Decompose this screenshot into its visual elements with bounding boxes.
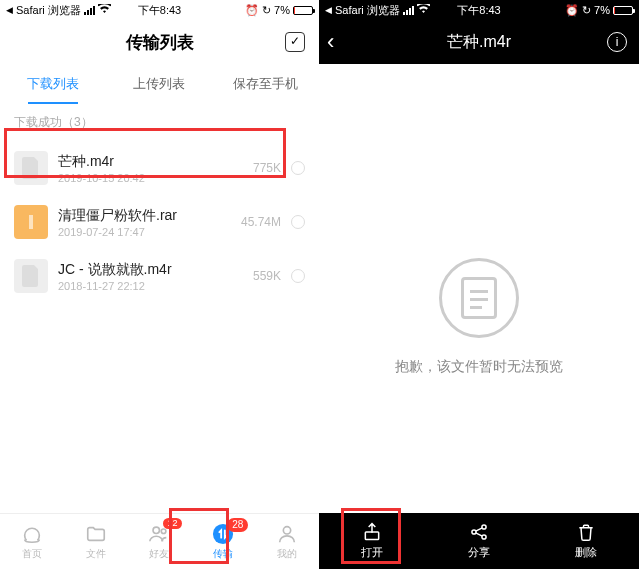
signal-icon [84, 6, 95, 15]
action-share[interactable]: 分享 [426, 513, 533, 569]
charge-icon: ↻ [262, 4, 271, 17]
back-to-app-label[interactable]: Safari 浏览器 [16, 3, 81, 18]
battery-icon [613, 6, 633, 15]
archive-icon [14, 205, 48, 239]
tab-upload[interactable]: 上传列表 [106, 64, 212, 104]
file-date: 2019-10-15 20:42 [58, 172, 221, 184]
file-date: 2019-07-24 17:47 [58, 226, 221, 238]
preview-area: 抱歉，该文件暂时无法预览 [319, 64, 639, 569]
page-title: 芒种.m4r [447, 32, 511, 53]
file-icon [14, 259, 48, 293]
document-placeholder-icon [439, 258, 519, 338]
empty-message: 抱歉，该文件暂时无法预览 [395, 358, 563, 376]
bottom-nav: 首页 文件 12 好友 28 传输 我的 [0, 513, 319, 569]
back-to-app-label[interactable]: Safari 浏览器 [335, 3, 400, 18]
tab-save[interactable]: 保存至手机 [213, 64, 319, 104]
back-to-app-icon[interactable]: ◀ [325, 5, 332, 15]
back-to-app-icon[interactable]: ◀ [6, 5, 13, 15]
nav-friends[interactable]: 12 好友 [128, 514, 192, 569]
header: ‹ 芒种.m4r i [319, 20, 639, 64]
wifi-icon [98, 4, 111, 16]
nav-home[interactable]: 首页 [0, 514, 64, 569]
file-name: 芒种.m4r [58, 152, 221, 170]
tab-download[interactable]: 下载列表 [0, 64, 106, 104]
info-icon[interactable]: i [607, 32, 627, 52]
nav-transfer[interactable]: 28 传输 [191, 514, 255, 569]
battery-pct: 7% [594, 4, 610, 16]
tabs: 下载列表 上传列表 保存至手机 [0, 64, 319, 104]
status-bar: ◀ Safari 浏览器 下午8:43 ⏰ ↻ 7% [319, 0, 639, 20]
select-circle[interactable] [291, 161, 305, 175]
file-row[interactable]: 芒种.m4r 2019-10-15 20:42 775K [0, 141, 319, 195]
file-size: 775K [231, 161, 281, 175]
svg-rect-1 [29, 215, 33, 229]
alarm-icon: ⏰ [245, 4, 259, 17]
alarm-icon: ⏰ [565, 4, 579, 17]
svg-point-2 [154, 527, 160, 533]
nav-me[interactable]: 我的 [255, 514, 319, 569]
file-row[interactable]: JC - 说散就散.m4r 2018-11-27 22:12 559K [0, 249, 319, 303]
select-circle[interactable] [291, 215, 305, 229]
section-header: 下载成功（3） [0, 104, 319, 141]
file-icon [14, 151, 48, 185]
back-icon[interactable]: ‹ [327, 29, 334, 55]
edit-icon[interactable] [285, 32, 305, 52]
svg-point-3 [162, 528, 167, 533]
battery-icon [293, 6, 313, 15]
nav-files[interactable]: 文件 [64, 514, 128, 569]
action-open[interactable]: 打开 [319, 513, 426, 569]
page-title: 传输列表 [126, 31, 194, 54]
bottom-nav: 打开 分享 删除 [319, 513, 639, 569]
battery-pct: 7% [274, 4, 290, 16]
status-time: 下午8:43 [138, 3, 181, 18]
file-name: JC - 说散就散.m4r [58, 260, 221, 278]
file-size: 559K [231, 269, 281, 283]
status-bar: ◀ Safari 浏览器 下午8:43 ⏰ ↻ 7% [0, 0, 319, 20]
signal-icon [403, 6, 414, 15]
file-name: 清理僵尸粉软件.rar [58, 206, 221, 224]
badge: 12 [163, 518, 181, 529]
phone-left: ◀ Safari 浏览器 下午8:43 ⏰ ↻ 7% 传输列表 下载列表 上传列… [0, 0, 319, 569]
status-time: 下午8:43 [457, 3, 500, 18]
header: 传输列表 [0, 20, 319, 64]
charge-icon: ↻ [582, 4, 591, 17]
file-size: 45.74M [231, 215, 281, 229]
svg-rect-6 [366, 532, 379, 540]
file-row[interactable]: 清理僵尸粉软件.rar 2019-07-24 17:47 45.74M [0, 195, 319, 249]
action-delete[interactable]: 删除 [532, 513, 639, 569]
file-date: 2018-11-27 22:12 [58, 280, 221, 292]
badge: 28 [227, 518, 248, 532]
select-circle[interactable] [291, 269, 305, 283]
svg-point-5 [283, 526, 290, 533]
phone-right: ◀ Safari 浏览器 下午8:43 ⏰ ↻ 7% ‹ 芒种.m4r i 抱歉… [319, 0, 639, 569]
wifi-icon [417, 4, 430, 16]
